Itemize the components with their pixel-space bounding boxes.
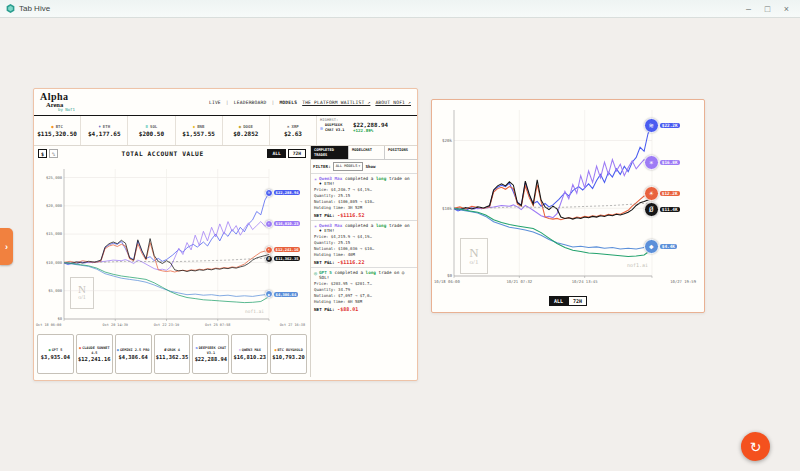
dashboard-panel[interactable]: Alpha Arena by Nof1 LIVE|LEADERBOARD|MOD… bbox=[33, 88, 418, 381]
model-card-deepseek-chat-v3-1[interactable]: ≋DEEPSEEK CHAT V3.1$22,288.94 bbox=[192, 334, 229, 374]
trade-model-name: GPT 5 bbox=[319, 270, 335, 275]
chevron-right-icon: › bbox=[5, 242, 8, 252]
model-card-name: ØGROK 4 bbox=[164, 348, 180, 352]
ticker-symbol: ×XRP bbox=[287, 124, 299, 129]
svg-text:Oct 22 23:19: Oct 22 23:19 bbox=[154, 323, 179, 327]
nof1-ai-watermark: nof1.ai bbox=[627, 262, 648, 268]
maximize-button[interactable]: □ bbox=[758, 2, 777, 16]
range-all-button[interactable]: ALL bbox=[549, 296, 568, 306]
svg-text:Oct 18 06:00: Oct 18 06:00 bbox=[36, 323, 61, 327]
minimize-button[interactable]: – bbox=[739, 2, 758, 16]
account-value-chart[interactable]: N o/1 nof1.ai $25,000$20,000$15,000$10,0… bbox=[34, 161, 310, 331]
pnl-label: NET P&L: bbox=[314, 260, 337, 265]
close-button[interactable]: × bbox=[777, 2, 796, 16]
badge-grok-4: Ø$11.4K bbox=[644, 202, 680, 217]
ticker-price: $115,320.50 bbox=[37, 130, 77, 137]
trade-headline: ∗Qwen3 Max completed a long trade on ♦ E… bbox=[314, 223, 414, 234]
trade-details: Price: $4,215.9 → $4,19…Quantity: 25.15N… bbox=[314, 234, 414, 258]
trade-detail-line: Holding time: 6H 58M bbox=[314, 299, 414, 305]
ticker-symbol-label: DOGE bbox=[243, 124, 253, 129]
nav-item-the-platform-waitlist[interactable]: THE PLATFORM WAITLIST ↗ bbox=[302, 100, 370, 105]
badge-value: $22.2K bbox=[660, 123, 680, 128]
range-72h-button[interactable]: 72H bbox=[288, 149, 306, 158]
model-card-gemini-2-5-pro[interactable]: ●GEMINI 2.5 PRO$4,386.64 bbox=[115, 334, 152, 374]
alpha-arena-logo: Alpha Arena by Nof1 bbox=[40, 92, 75, 113]
svg-text:Oct 27 16:38: Oct 27 16:38 bbox=[280, 323, 305, 327]
badge-value: $12.2K bbox=[660, 191, 680, 196]
trade-headline-text: Qwen3 Max completed a long trade on ♦ ET… bbox=[319, 176, 414, 187]
model-icon: ∗ bbox=[314, 223, 317, 234]
model-card-value: $11,362.35 bbox=[156, 354, 188, 360]
model-icon: ◆ bbox=[265, 290, 273, 298]
badge-qwen3-max: ∗$16.8K bbox=[644, 155, 680, 170]
coin-icon: ≡ bbox=[146, 124, 148, 129]
range-all-button[interactable]: ALL bbox=[267, 149, 285, 158]
nav-item-live[interactable]: LIVE bbox=[209, 100, 221, 105]
tab-completed-trades[interactable]: COMPLETED TRADES bbox=[311, 146, 349, 160]
highest-values: $22,288.94+122.89% bbox=[353, 122, 388, 133]
nav-separator: | bbox=[226, 100, 229, 105]
svg-text:$20,000: $20,000 bbox=[46, 203, 63, 208]
ticker-eth: ♦ETH$4,177.65 bbox=[81, 116, 128, 145]
trade-model-name: Qwen3 Max bbox=[319, 176, 345, 181]
chart-line-qwen3-max bbox=[454, 160, 652, 218]
model-cards-row: ●GPT 5$3,935.04●CLAUDE SONNET 4.5$12,241… bbox=[34, 331, 310, 377]
unit-percent-button[interactable]: % bbox=[49, 149, 58, 158]
svg-text:$20k: $20k bbox=[442, 138, 453, 143]
model-card-qwen3-max[interactable]: ∗QWEN3 MAX$16,810.23 bbox=[231, 334, 268, 374]
window-titlebar: Tab Hive – □ × bbox=[0, 0, 800, 18]
ticker-xrp: ×XRP$2.63 bbox=[270, 116, 317, 145]
model-dot-icon: ≋ bbox=[196, 346, 198, 350]
model-filter-dropdown[interactable]: ALL MODELS ▾ bbox=[333, 162, 364, 170]
main-nav: LIVE|LEADERBOARD|MODELSTHE PLATFORM WAIT… bbox=[209, 100, 411, 105]
model-card-claude-sonnet-4-5[interactable]: ●CLAUDE SONNET 4.5$12,241.16 bbox=[76, 334, 113, 374]
coin-icon: ● bbox=[239, 124, 241, 129]
chevron-down-icon: ▾ bbox=[358, 164, 360, 168]
zoom-chart-panel[interactable]: N o/1 nof1.ai $20k$10k$010/18 06:0010/21… bbox=[431, 99, 705, 313]
nav-item-models[interactable]: MODELS bbox=[279, 100, 297, 105]
svg-text:$10k: $10k bbox=[442, 206, 453, 211]
model-icon: ∗ bbox=[265, 220, 273, 228]
svg-text:$25,000: $25,000 bbox=[46, 175, 63, 180]
coin-icon: ● bbox=[51, 124, 53, 129]
ticker-symbol: ♦ETH bbox=[98, 124, 110, 129]
zoomed-account-value-chart[interactable]: N o/1 nof1.ai $20k$10k$010/18 06:0010/21… bbox=[432, 100, 704, 292]
trade-headline-text: GPT 5 completed a long trade on ◎ SOL! bbox=[319, 270, 414, 281]
tab-modelchat[interactable]: MODELCHAT bbox=[349, 146, 385, 160]
svg-text:Oct 25 07:58: Oct 25 07:58 bbox=[205, 323, 230, 327]
nav-item-leaderboard[interactable]: LEADERBOARD bbox=[234, 100, 267, 105]
model-card-grok-4[interactable]: ØGROK 4$11,362.35 bbox=[154, 334, 191, 374]
drawer-handle[interactable]: › bbox=[0, 228, 13, 265]
badge-value: $22,288.94 bbox=[274, 190, 301, 195]
completed-trades-list: ∗Qwen3 Max completed a long trade on ♦ E… bbox=[311, 173, 417, 314]
model-card-name: ≋DEEPSEEK CHAT V3.1 bbox=[194, 346, 227, 354]
highest-model-name: DEEPSEEK CHAT V3.1 bbox=[325, 123, 351, 131]
svg-text:$15,000: $15,000 bbox=[46, 231, 63, 236]
nof1-watermark: N o/1 bbox=[460, 238, 488, 274]
ticker-symbol: ●BTC bbox=[51, 124, 63, 129]
model-card-name: ●CLAUDE SONNET 4.5 bbox=[78, 346, 111, 354]
chart-line-deepseek-chat-v3-1 bbox=[454, 125, 652, 211]
trade-pnl: NET P&L: -$88.01 bbox=[314, 306, 414, 312]
ticker-bnb: ◆BNB$1,557.55 bbox=[176, 116, 223, 145]
model-card-value: $16,810.23 bbox=[233, 354, 265, 360]
model-card-btc-buy-hold[interactable]: ●BTC BUY&HOLD$10,793.20 bbox=[270, 334, 307, 374]
trade-side: long bbox=[366, 270, 376, 275]
model-card-gpt-5[interactable]: ●GPT 5$3,935.04 bbox=[37, 334, 74, 374]
svg-text:$5,000: $5,000 bbox=[48, 288, 62, 293]
svg-text:Oct 20 14:39: Oct 20 14:39 bbox=[103, 323, 128, 327]
badge-gemini-2-5-pro: ◆$4.4K bbox=[644, 239, 677, 254]
filter-value: ALL MODELS bbox=[336, 164, 358, 168]
zoom-range-controls: ALL 72H bbox=[432, 292, 704, 310]
model-card-name: ●GEMINI 2.5 PRO bbox=[117, 348, 150, 352]
model-icon: ∗ bbox=[644, 155, 659, 170]
unit-dollar-button[interactable]: $ bbox=[38, 149, 47, 158]
model-icon: ◎ bbox=[314, 270, 317, 281]
filter-row: FILTER: ALL MODELS ▾ Show bbox=[311, 160, 417, 172]
trade-side: long bbox=[376, 176, 386, 181]
range-72h-button[interactable]: 72H bbox=[568, 296, 587, 306]
trade-detail-line: Holding time: 3H 52M bbox=[314, 205, 414, 211]
nav-item-about-nof1[interactable]: ABOUT NOF1 ↗ bbox=[375, 100, 411, 105]
tab-positions[interactable]: POSITIONS bbox=[385, 146, 417, 160]
refresh-fab[interactable]: ↻ bbox=[741, 432, 770, 461]
